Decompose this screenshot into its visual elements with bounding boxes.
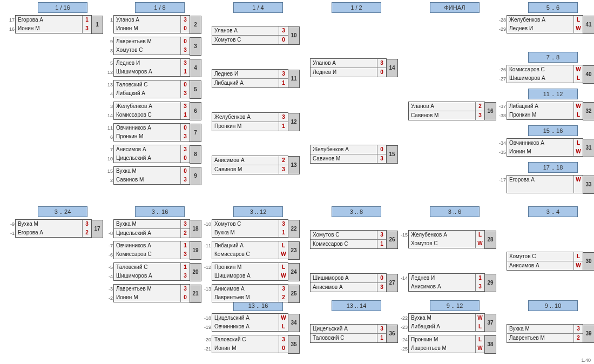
match: Овчинников А011Пронкин М367 [113, 123, 190, 141]
player-score: L [573, 74, 583, 83]
player-score: 3 [279, 335, 288, 344]
match-number: 30 [583, 252, 594, 271]
match: Шишиморов А0Анисимов А327 [310, 273, 387, 292]
match-row: Леднев И3 [114, 59, 190, 68]
player-name: Егорова А [507, 176, 573, 184]
match-row: Шишиморов АW [212, 272, 288, 280]
match-row: Пронкин МL [507, 111, 583, 119]
player-score: 3 [475, 111, 484, 120]
player-name: Анисимов А [507, 261, 573, 270]
match-row: Лаврентьев М2 [212, 293, 288, 302]
player-name: Егорова А [16, 16, 82, 24]
player-name: Хомутов С [409, 239, 475, 248]
match-number: 17 [91, 220, 103, 238]
match-row: Таловский С1 [114, 263, 190, 272]
player-score: 3 [180, 16, 190, 24]
player-name: Вухка М [409, 314, 475, 322]
player-score: W [279, 314, 288, 322]
player-score: L [475, 322, 484, 331]
round-header: 3 .. 8 [332, 206, 381, 217]
match-number: 10 [288, 26, 300, 45]
round-header: 15 .. 16 [528, 125, 578, 136]
player-score: 3 [180, 59, 190, 68]
match-row: Анисимов АW [507, 261, 583, 270]
player-name: Овчинников А [114, 241, 180, 250]
seed-label: -3 [104, 285, 113, 293]
player-score: 3 [279, 220, 288, 228]
seed-label: 17 [6, 16, 15, 24]
player-score: W [573, 65, 583, 74]
match: Либацкий АL-11Комиссаров СW23 [212, 241, 288, 259]
match-row: Либацкий АW [507, 102, 583, 111]
match-row: Либацкий А1 [212, 78, 288, 87]
match: Уланов А2Савинов М316 [408, 102, 485, 120]
match-row: Ионин М0 [114, 24, 190, 33]
player-score: 2 [180, 229, 190, 238]
round-header: 7 .. 8 [528, 52, 578, 63]
seed-label: 4 [104, 90, 113, 98]
player-score: 0 [180, 154, 190, 163]
match-row: Ионин МW [507, 147, 583, 156]
match: Цицельский АW-18Овчинников АL-1934 [212, 313, 288, 332]
match-number: 22 [288, 220, 300, 238]
match-row: Леднев И0 [310, 68, 386, 77]
match: Егорова АW-1733 [507, 175, 583, 193]
player-name: Шишиморов А [114, 272, 180, 280]
player-name: Шишиморов А [212, 272, 279, 280]
match-row: Леднев И3 [212, 70, 288, 78]
round-header: 3 .. 24 [38, 206, 87, 217]
player-name: Пронкин М [212, 263, 279, 272]
match-row: Желубенков А3 [114, 102, 190, 111]
player-score: W [573, 147, 583, 156]
match-row: Ионин М3 [16, 24, 91, 33]
match-number: 15 [386, 145, 398, 164]
player-score: L [279, 241, 288, 250]
match: Лаврентьев М09Хомутов С383 [113, 37, 190, 55]
match: Уланов А31Ионин М02 [113, 15, 190, 33]
match-row: Вухка МW [409, 314, 484, 322]
seed-label: -12 [202, 263, 211, 272]
round-header: 9 .. 12 [430, 300, 480, 311]
match-row: Егорова АW [507, 176, 583, 184]
player-score: 3 [180, 176, 190, 184]
match-row: Овчинников АL [212, 322, 288, 331]
match-row: Таловский С3 [212, 335, 288, 344]
match-row: Цицельский АW [212, 314, 288, 322]
match-row: Вухка М3 [114, 220, 190, 228]
player-score: 1 [180, 111, 190, 119]
player-score: 3 [180, 285, 190, 293]
player-name: Комиссаров С [114, 250, 180, 259]
match: Лаврентьев М3-3Ионин М0-221 [113, 284, 190, 302]
match-row: Анисимов А3 [310, 282, 386, 292]
player-name: Анисимов А [212, 285, 279, 293]
seed-label: -7 [104, 241, 113, 250]
player-score: W [573, 24, 583, 33]
match-number: 9 [190, 167, 201, 185]
match-row: Желубенков А3 [212, 113, 288, 122]
round-header: 3 .. 6 [430, 206, 480, 217]
seed-label: 12 [104, 68, 113, 77]
match: Вухка М3Лаврентьев М239 [507, 324, 583, 343]
player-score: 1 [279, 79, 288, 87]
player-score: 3 [377, 154, 386, 163]
match-number: 3 [190, 37, 201, 56]
match: Леднев И1-14Анисимов А329 [408, 273, 485, 292]
match: Таловский С3-20Ионин М0-2135 [212, 335, 288, 353]
match-row: Пронкин МL [409, 335, 484, 344]
match: Желубенков АL-15Хомутов СW28 [408, 230, 485, 248]
match-number: 37 [484, 314, 496, 332]
seed-label: 8 [104, 46, 113, 55]
round-header: 5 .. 6 [528, 2, 578, 13]
player-score: W [573, 261, 583, 270]
match-row: Таловский С1 [310, 333, 386, 342]
player-name: Желубенков А [212, 113, 279, 122]
player-name: Леднев И [114, 59, 180, 68]
match-row: Пронкин М1 [212, 122, 288, 131]
player-score: 3 [180, 220, 190, 228]
round-header: 3 .. 12 [233, 206, 283, 217]
player-score: 1 [279, 122, 288, 131]
seed-label: -13 [202, 285, 211, 293]
player-score: 3 [279, 70, 288, 78]
match-row: Леднев И1 [409, 274, 484, 282]
match: Овчинников АL-34Ионин МW-3531 [507, 138, 583, 157]
